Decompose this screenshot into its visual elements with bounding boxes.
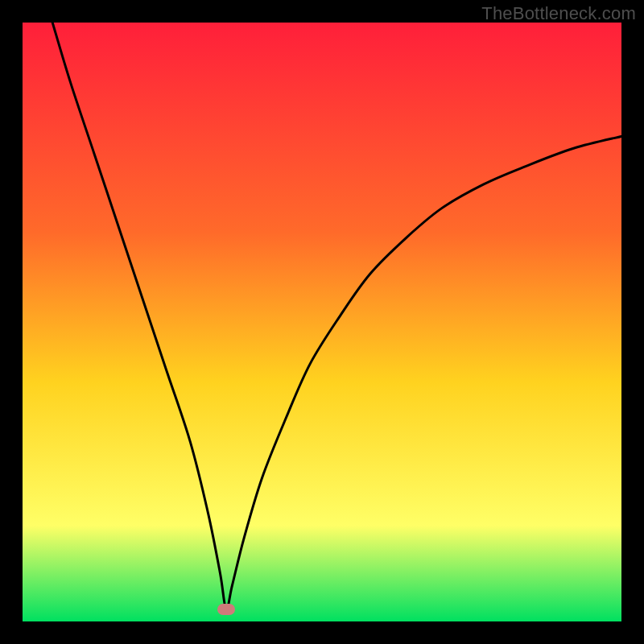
chart-frame <box>23 23 621 621</box>
bottleneck-chart <box>23 23 621 621</box>
optimal-point-marker <box>217 604 235 615</box>
watermark-text: TheBottleneck.com <box>481 3 636 24</box>
gradient-background <box>23 23 621 621</box>
